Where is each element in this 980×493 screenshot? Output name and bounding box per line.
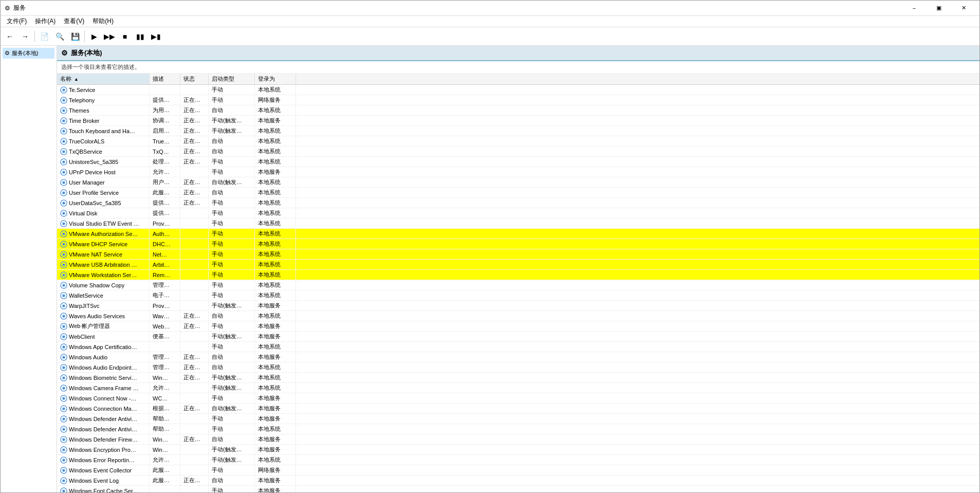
td-logon: 本地系统 [255, 424, 296, 434]
table-row[interactable]: WarpJITSvc Prov… 手动(触发… 本地服务 [57, 301, 979, 311]
menu-view[interactable]: 查看(V) [60, 16, 88, 27]
toolbar-sep-1 [34, 31, 35, 42]
table-row[interactable]: Telephony 提供… 正在… 手动 网络服务 [57, 95, 979, 105]
menu-file[interactable]: 文件(F) [3, 16, 31, 27]
td-name: WebClient [57, 332, 150, 341]
td-name: Te.Service [57, 85, 150, 95]
td-desc: 管理… [150, 362, 180, 372]
table-row[interactable]: Time Broker 协调… 正在… 手动(触发… 本地服务 [57, 116, 979, 126]
table-area[interactable]: 名称 ▲ 描述 状态 启动类型 登录为 [57, 74, 979, 492]
table-row[interactable]: Virtual Disk 提供… 手动 本地系统 [57, 208, 979, 218]
toolbar-back[interactable]: ← [3, 29, 17, 44]
table-row[interactable]: Windows Event Log 此服… 正在… 自动 本地服务 [57, 476, 979, 486]
td-name: Telephony [57, 95, 150, 105]
td-desc: 便基… [150, 332, 180, 341]
col-startup[interactable]: 启动类型 [209, 74, 255, 84]
table-row[interactable]: Touch Keyboard and Ha… 启用… 正在… 手动(触发… 本地… [57, 126, 979, 136]
table-row[interactable]: UnistoreSvc_5a385 处理… 正在… 手动 本地系统 [57, 157, 979, 167]
table-row[interactable]: Visual Studio ETW Event … Prov… 手动 本地系统 [57, 218, 979, 229]
table-row[interactable]: Windows Connection Ma… 根据… 正在… 自动(触发… 本地… [57, 404, 979, 414]
table-row[interactable]: Volume Shadow Copy 管理… 手动 本地系统 [57, 280, 979, 290]
table-row[interactable]: Windows Defender Antivi… 帮助… 手动 本地系统 [57, 424, 979, 434]
svg-point-9 [62, 130, 65, 132]
table-row[interactable]: Windows Audio 管理… 正在… 自动 本地服务 [57, 352, 979, 362]
toolbar-show-hide[interactable]: 🔍 [52, 29, 67, 44]
table-row[interactable]: TrueColorALS True… 正在… 自动 本地系统 [57, 136, 979, 147]
td-startup: 手动(触发… [209, 383, 255, 393]
table-row[interactable]: UPnP Device Host 允许… 手动 本地服务 [57, 167, 979, 177]
td-startup: 自动 [209, 352, 255, 362]
table-row[interactable]: Windows Audio Endpoint… 管理… 正在… 自动 本地系统 [57, 362, 979, 373]
close-button[interactable]: ✕ [952, 1, 975, 16]
td-startup: 手动 [209, 321, 255, 331]
table-row[interactable]: Windows Defender Firew… Win… 正在… 自动 本地服务 [57, 434, 979, 445]
td-name: Web 帐户管理器 [57, 321, 150, 331]
td-status [180, 239, 209, 249]
table-row[interactable]: WebClient 便基… 手动(触发… 本地服务 [57, 332, 979, 342]
table-row[interactable]: User Profile Service 此服… 正在… 自动 本地系统 [57, 188, 979, 198]
td-desc: 管理… [150, 280, 180, 290]
table-row[interactable]: VMware USB Arbitration … Arbit… 手动 本地系统 [57, 260, 979, 270]
maximize-button[interactable]: ▣ [927, 1, 951, 16]
td-status: 正在… [180, 116, 209, 125]
td-name: Windows Event Log [57, 476, 150, 485]
window-title: 服务 [13, 4, 26, 12]
toolbar-stop[interactable]: ■ [118, 29, 132, 44]
td-startup: 手动(触发… [209, 332, 255, 341]
td-name: VMware DHCP Service [57, 239, 150, 249]
table-row[interactable]: VMware Workstation Ser… Rem… 手动 本地系统 [57, 270, 979, 280]
td-startup: 手动 [209, 249, 255, 259]
menu-action[interactable]: 操作(A) [31, 16, 60, 27]
table-row[interactable]: Windows Font Cache Ser… 手动 本地服务 [57, 486, 979, 492]
table-row[interactable]: Windows Biometric Servi… Win… 正在… 手动(触发…… [57, 373, 979, 383]
td-desc: WC… [150, 393, 180, 403]
toolbar-play2[interactable]: ▶▶ [102, 29, 117, 44]
td-status [180, 301, 209, 311]
td-startup: 手动 [209, 486, 255, 492]
col-logon[interactable]: 登录为 [255, 74, 296, 84]
table-row[interactable]: Themes 为用… 正在… 自动 本地系统 [57, 105, 979, 116]
table-row[interactable]: User Manager 用户… 正在… 自动(触发… 本地系统 [57, 177, 979, 188]
table-row[interactable]: Windows Event Collector 此服… 手动 网络服务 [57, 465, 979, 476]
td-logon: 本地系统 [255, 126, 296, 136]
td-logon: 本地服务 [255, 393, 296, 403]
col-status[interactable]: 状态 [180, 74, 209, 84]
table-row[interactable]: Te.Service 手动 本地系统 [57, 85, 979, 95]
table-row[interactable]: VMware Authorization Se… Auth… 手动 本地系统 [57, 229, 979, 239]
toolbar-play[interactable]: ▶ [87, 29, 101, 44]
td-startup: 手动 [209, 342, 255, 352]
td-startup: 手动 [209, 290, 255, 300]
table-row[interactable]: Waves Audio Services Wav… 正在… 自动 本地系统 [57, 311, 979, 321]
table-row[interactable]: TxQBService TxQ… 正在… 自动 本地系统 [57, 147, 979, 157]
col-name[interactable]: 名称 ▲ [57, 74, 150, 84]
minimize-button[interactable]: − [902, 1, 926, 16]
table-row[interactable]: Windows Encryption Pro… Win… 手动(触发… 本地服务 [57, 445, 979, 455]
toolbar-export[interactable]: 💾 [68, 29, 82, 44]
td-desc: 此服… [150, 476, 180, 485]
table-row[interactable]: Windows App Certificatio… 手动 本地系统 [57, 342, 979, 352]
table-row[interactable]: Windows Defender Antivi… 帮助… 手动 本地服务 [57, 414, 979, 424]
sidebar-item-local[interactable]: ⚙ 服务(本地) [3, 48, 54, 59]
svg-point-5 [62, 109, 65, 112]
td-logon: 本地系统 [255, 157, 296, 167]
menu-help[interactable]: 帮助(H) [88, 16, 118, 27]
td-logon: 本地系统 [255, 229, 296, 239]
toolbar-next[interactable]: ▶▮ [149, 29, 163, 44]
table-row[interactable]: VMware NAT Service Net… 手动 本地系统 [57, 249, 979, 260]
td-startup: 自动 [209, 476, 255, 485]
table-row[interactable]: Web 帐户管理器 Web… 正在… 手动 本地服务 [57, 321, 979, 332]
sort-arrow: ▲ [74, 77, 79, 82]
svg-point-71 [62, 448, 65, 451]
table-row[interactable]: VMware DHCP Service DHC… 手动 本地系统 [57, 239, 979, 249]
table-row[interactable]: Windows Camera Frame … 允许… 手动(触发… 本地系统 [57, 383, 979, 393]
table-row[interactable]: UserDataSvc_5a385 提供… 正在… 手动 本地系统 [57, 198, 979, 208]
table-row[interactable]: Windows Error Reportin… 允许… 手动(触发… 本地系统 [57, 455, 979, 465]
toolbar-up[interactable]: 📄 [37, 29, 51, 44]
table-row[interactable]: Windows Connect Now -… WC… 手动 本地服务 [57, 393, 979, 404]
toolbar-pause[interactable]: ▮▮ [133, 29, 147, 44]
td-logon: 本地系统 [255, 198, 296, 208]
td-desc [150, 342, 180, 352]
toolbar-forward[interactable]: → [18, 29, 32, 44]
col-desc[interactable]: 描述 [150, 74, 180, 84]
table-row[interactable]: WalletService 电子… 手动 本地系统 [57, 290, 979, 301]
